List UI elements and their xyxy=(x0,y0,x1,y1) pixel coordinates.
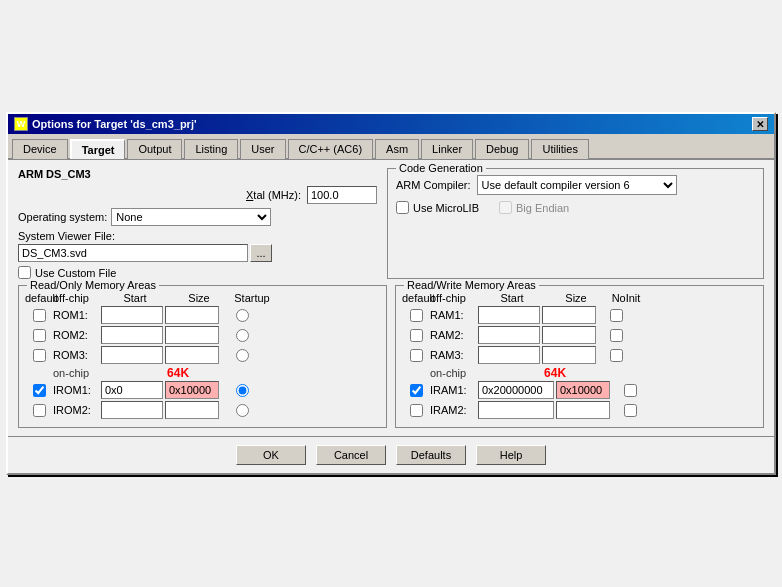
rw-64k-label: 64K xyxy=(528,366,582,380)
iram2-noinit[interactable] xyxy=(624,404,637,417)
tab-listing[interactable]: Listing xyxy=(184,139,238,159)
irom2-start[interactable] xyxy=(101,401,163,419)
compiler-select[interactable]: Use default compiler version 6 xyxy=(477,175,677,195)
rw-on-chip-label: on-chip xyxy=(430,367,466,379)
ram1-start[interactable] xyxy=(478,306,540,324)
microlib-item: Use MicroLIB xyxy=(396,201,479,214)
rom2-startup[interactable] xyxy=(236,329,249,342)
ram1-default-check[interactable] xyxy=(410,309,423,322)
iram1-start[interactable] xyxy=(478,381,554,399)
tab-output[interactable]: Output xyxy=(127,139,182,159)
xtal-input[interactable] xyxy=(307,186,377,204)
iram2-label: IRAM2: xyxy=(430,404,478,416)
rom1-label: ROM1: xyxy=(53,309,101,321)
read-write-label: Read/Write Memory Areas xyxy=(404,279,539,291)
ram2-row: RAM2: xyxy=(402,326,757,344)
window-title: Options for Target 'ds_cm3_prj' xyxy=(32,118,197,130)
iram1-noinit[interactable] xyxy=(624,384,637,397)
app-icon: W xyxy=(14,117,28,131)
irom1-default-check[interactable] xyxy=(33,384,46,397)
irom1-label: IROM1: xyxy=(53,384,101,396)
rom2-default-check[interactable] xyxy=(33,329,46,342)
browse-button[interactable]: ... xyxy=(250,244,272,262)
os-row: Operating system: None xyxy=(18,208,377,226)
irom1-size[interactable] xyxy=(165,381,219,399)
os-select[interactable]: None xyxy=(111,208,271,226)
ram2-default-check[interactable] xyxy=(410,329,423,342)
svf-input-row: ... xyxy=(18,244,377,262)
close-button[interactable]: ✕ xyxy=(752,117,768,131)
read-write-group: Read/Write Memory Areas default off-chip… xyxy=(395,285,764,428)
custom-file-checkbox[interactable] xyxy=(18,266,31,279)
options-dialog: W Options for Target 'ds_cm3_prj' ✕ Devi… xyxy=(6,112,776,475)
rom1-size[interactable] xyxy=(165,306,219,324)
header-size: Size xyxy=(169,292,229,304)
ram3-size[interactable] xyxy=(542,346,596,364)
tab-debug[interactable]: Debug xyxy=(475,139,529,159)
irom1-start[interactable] xyxy=(101,381,163,399)
rom3-default-check[interactable] xyxy=(33,349,46,362)
header-startup: Startup xyxy=(229,292,275,304)
rom1-startup[interactable] xyxy=(236,309,249,322)
header-start: Start xyxy=(101,292,169,304)
tab-utilities[interactable]: Utilities xyxy=(531,139,588,159)
ram2-start[interactable] xyxy=(478,326,540,344)
tab-asm[interactable]: Asm xyxy=(375,139,419,159)
ram2-size[interactable] xyxy=(542,326,596,344)
ram1-noinit[interactable] xyxy=(610,309,623,322)
cancel-button[interactable]: Cancel xyxy=(316,445,386,465)
ram3-noinit[interactable] xyxy=(610,349,623,362)
microlib-checkbox[interactable] xyxy=(396,201,409,214)
microlib-label: Use MicroLIB xyxy=(413,202,479,214)
irom1-startup[interactable] xyxy=(236,384,249,397)
header-offchip: off-chip xyxy=(53,292,101,304)
irom2-size[interactable] xyxy=(165,401,219,419)
ram3-start[interactable] xyxy=(478,346,540,364)
irom2-row: IROM2: xyxy=(25,401,380,419)
big-endian-item: Big Endian xyxy=(499,201,569,214)
memory-section: Read/Only Memory Areas default off-chip … xyxy=(18,285,764,428)
rom3-start[interactable] xyxy=(101,346,163,364)
rom1-default-check[interactable] xyxy=(33,309,46,322)
svf-input[interactable] xyxy=(18,244,248,262)
section-title: ARM DS_CM3 xyxy=(18,168,377,180)
rw-header-noinit: NoInit xyxy=(606,292,646,304)
rom2-start[interactable] xyxy=(101,326,163,344)
iram2-start[interactable] xyxy=(478,401,554,419)
irom2-default-check[interactable] xyxy=(33,404,46,417)
ram2-noinit[interactable] xyxy=(610,329,623,342)
big-endian-checkbox[interactable] xyxy=(499,201,512,214)
iram1-default-check[interactable] xyxy=(410,384,423,397)
ram3-default-check[interactable] xyxy=(410,349,423,362)
rom1-start[interactable] xyxy=(101,306,163,324)
tab-target[interactable]: Target xyxy=(70,139,126,159)
help-button[interactable]: Help xyxy=(476,445,546,465)
defaults-button[interactable]: Defaults xyxy=(396,445,466,465)
iram1-row: IRAM1: xyxy=(402,381,757,399)
iram1-size[interactable] xyxy=(556,381,610,399)
custom-file-label: Use Custom File xyxy=(35,267,116,279)
rom3-size[interactable] xyxy=(165,346,219,364)
iram2-default-check[interactable] xyxy=(410,404,423,417)
rom2-size[interactable] xyxy=(165,326,219,344)
tab-device[interactable]: Device xyxy=(12,139,68,159)
irom1-row: IROM1: xyxy=(25,381,380,399)
rom3-row: ROM3: xyxy=(25,346,380,364)
irom2-startup[interactable] xyxy=(236,404,249,417)
rom1-row: ROM1: xyxy=(25,306,380,324)
ram1-size[interactable] xyxy=(542,306,596,324)
rom3-startup[interactable] xyxy=(236,349,249,362)
os-label: Operating system: xyxy=(18,211,107,223)
ro-on-chip-label: on-chip xyxy=(53,367,89,379)
rom3-label: ROM3: xyxy=(53,349,101,361)
tab-cpp[interactable]: C/C++ (AC6) xyxy=(288,139,374,159)
tab-user[interactable]: User xyxy=(240,139,285,159)
svf-label: System Viewer File: xyxy=(18,230,115,242)
ram1-row: RAM1: xyxy=(402,306,757,324)
tab-linker[interactable]: Linker xyxy=(421,139,473,159)
ok-button[interactable]: OK xyxy=(236,445,306,465)
ram2-label: RAM2: xyxy=(430,329,478,341)
iram2-size[interactable] xyxy=(556,401,610,419)
xtal-row: Xtal (MHz): xyxy=(18,186,377,204)
titlebar: W Options for Target 'ds_cm3_prj' ✕ xyxy=(8,114,774,134)
